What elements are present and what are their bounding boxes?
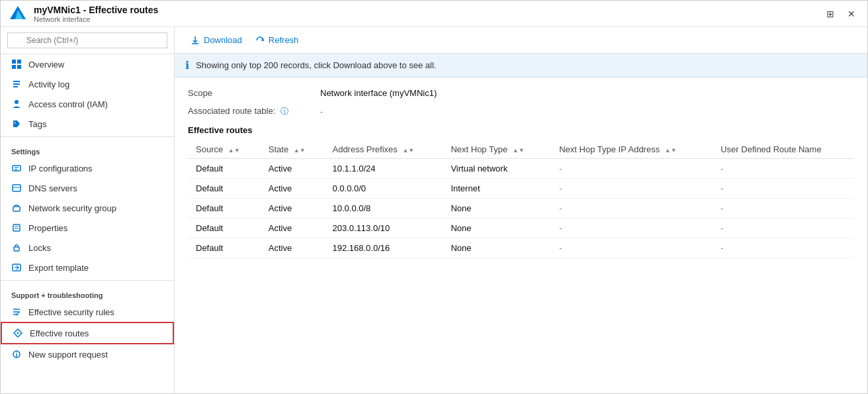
col-header-user-defined-route-name[interactable]: User Defined Route Name (713, 140, 854, 159)
toolbar: Download Refresh (175, 27, 867, 54)
cell-user-defined-route-name: - (713, 219, 854, 238)
pin-button[interactable]: ⊞ (822, 6, 838, 22)
info-banner-text: Showing only top 200 records, click Down… (196, 60, 437, 70)
cell-address-prefixes: 203.0.113.0/10 (324, 219, 443, 238)
sort-icon-state: ▲▼ (294, 147, 306, 154)
lock-icon (11, 242, 22, 253)
cell-next-hop-type-ip: - (551, 219, 713, 238)
nsg-icon (11, 203, 22, 213)
cell-source: Default (188, 238, 261, 258)
routes-icon (13, 328, 23, 338)
svg-rect-4 (12, 65, 16, 69)
download-button[interactable]: Download (185, 32, 247, 48)
sidebar-item-label-new-support-request: New support request (28, 350, 108, 360)
sidebar-item-dns-servers[interactable]: DNS servers (1, 178, 174, 198)
svg-point-10 (15, 123, 16, 124)
table-row: DefaultActive0.0.0.0/0Internet-- (188, 179, 854, 199)
sidebar-item-label-access-control: Access control (IAM) (28, 99, 108, 109)
sidebar-item-label-locks: Locks (28, 243, 51, 253)
azure-icon (9, 5, 27, 23)
sidebar-item-export-template[interactable]: Export template (1, 258, 174, 277)
sidebar-item-label-ip-configurations: IP configurations (28, 164, 93, 173)
search-input[interactable] (7, 32, 167, 48)
cell-source: Default (188, 179, 261, 199)
svg-rect-20 (14, 247, 19, 251)
scope-row: Scope Network interface (myVMNic1) (188, 88, 854, 98)
effective-routes-section-title: Effective routes (188, 125, 854, 135)
sidebar-item-tags[interactable]: Tags (1, 114, 174, 134)
col-header-next-hop-type-ip[interactable]: Next Hop Type IP Address ▲▼ (551, 140, 713, 159)
sidebar-item-label-tags: Tags (28, 119, 46, 129)
sidebar-item-label-effective-routes: Effective routes (30, 328, 89, 338)
sidebar-item-new-support-request[interactable]: New support request (1, 344, 174, 364)
table-header-row: Source ▲▼ State ▲▼ Address Prefixes ▲▼ (188, 140, 854, 159)
table-row: DefaultActive10.1.1.0/24Virtual network-… (188, 159, 854, 179)
svg-point-9 (15, 100, 19, 104)
sidebar-item-label-dns-servers: DNS servers (28, 183, 77, 193)
table-row: DefaultActive192.168.0.0/16None-- (188, 238, 854, 258)
svg-rect-14 (13, 185, 21, 191)
refresh-icon (255, 36, 265, 45)
ip-icon (11, 163, 22, 173)
tag-icon (11, 119, 22, 129)
svg-point-29 (16, 352, 17, 353)
cell-address-prefixes: 10.1.1.0/24 (324, 159, 443, 179)
content-area: Download Refresh ℹ Showing only top 200 … (175, 27, 867, 393)
sort-icon-next-hop-type-ip: ▲▼ (665, 147, 677, 154)
sidebar-item-access-control[interactable]: Access control (IAM) (1, 94, 174, 114)
col-header-source[interactable]: Source ▲▼ (188, 140, 261, 159)
cell-source: Default (188, 159, 261, 179)
cell-user-defined-route-name: - (713, 238, 854, 258)
content-body: Scope Network interface (myVMNic1) Assoc… (175, 77, 867, 269)
download-icon (191, 36, 200, 45)
sidebar-item-effective-routes[interactable]: Effective routes (1, 322, 174, 344)
download-label: Download (204, 35, 242, 45)
col-header-address-prefixes[interactable]: Address Prefixes ▲▼ (324, 140, 443, 159)
security-rules-icon (11, 307, 22, 317)
scope-value: Network interface (myVMNic1) (320, 88, 437, 98)
settings-section-label: Settings (1, 140, 174, 158)
sidebar-item-ip-configurations[interactable]: IP configurations (1, 158, 174, 178)
routes-table: Source ▲▼ State ▲▼ Address Prefixes ▲▼ (188, 140, 854, 258)
sidebar-item-properties[interactable]: Properties (1, 218, 174, 238)
sidebar-item-effective-security-rules[interactable]: Effective security rules (1, 302, 174, 322)
cell-next-hop-type: Virtual network (443, 159, 551, 179)
properties-icon (11, 222, 22, 233)
cell-source: Default (188, 219, 261, 238)
title-bar-actions: ⊞ ✕ (822, 6, 859, 22)
cell-user-defined-route-name: - (713, 199, 854, 219)
cell-source: Default (188, 199, 261, 219)
title-bar-left: myVMNic1 - Effective routes Network inte… (9, 5, 158, 23)
sidebar-item-label-effective-security-rules: Effective security rules (28, 307, 114, 317)
sidebar-item-network-security-group[interactable]: Network security group (1, 198, 174, 218)
svg-rect-6 (13, 81, 20, 82)
sidebar-item-activity-log[interactable]: Activity log (1, 74, 174, 94)
svg-point-27 (17, 332, 19, 334)
refresh-button[interactable]: Refresh (250, 32, 304, 48)
col-header-state[interactable]: State ▲▼ (261, 140, 325, 159)
cell-address-prefixes: 10.0.0.0/8 (324, 199, 443, 219)
info-banner: ℹ Showing only top 200 records, click Do… (175, 54, 867, 77)
scope-label: Scope (188, 88, 320, 98)
sidebar-item-overview[interactable]: Overview (1, 54, 174, 74)
cell-address-prefixes: 0.0.0.0/0 (324, 179, 443, 199)
dns-icon (11, 183, 22, 193)
cell-user-defined-route-name: - (713, 179, 854, 199)
cell-address-prefixes: 192.168.0.0/16 (324, 238, 443, 258)
cell-next-hop-type-ip: - (551, 238, 713, 258)
sidebar-item-label-overview: Overview (28, 60, 64, 70)
sidebar-item-locks[interactable]: Locks (1, 238, 174, 258)
sidebar-item-label-network-security-group: Network security group (28, 203, 116, 213)
associated-route-table-label: Associated route table: ⓘ (188, 106, 320, 117)
cell-state: Active (261, 179, 325, 199)
close-button[interactable]: ✕ (844, 6, 859, 22)
col-header-next-hop-type[interactable]: Next Hop Type ▲▼ (443, 140, 551, 159)
title-bar-text: myVMNic1 - Effective routes Network inte… (34, 5, 158, 23)
svg-rect-8 (13, 86, 18, 87)
table-row: DefaultActive10.0.0.0/8None-- (188, 199, 854, 219)
svg-rect-16 (13, 207, 20, 211)
info-icon: ℹ (185, 59, 189, 72)
sidebar-item-label-activity-log: Activity log (28, 79, 69, 89)
cell-next-hop-type: None (443, 219, 551, 238)
table-row: DefaultActive203.0.113.0/10None-- (188, 219, 854, 238)
